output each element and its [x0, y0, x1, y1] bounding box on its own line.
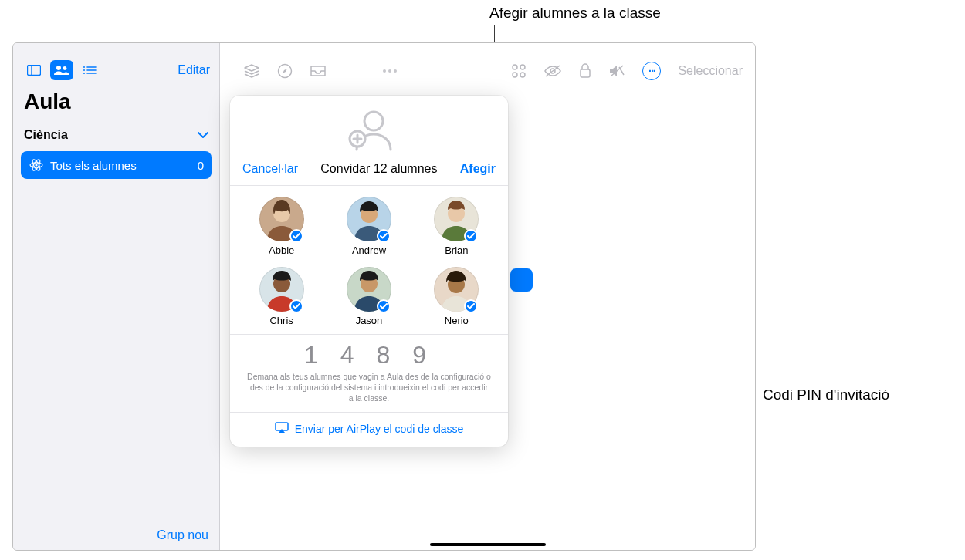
atom-icon [29, 157, 44, 173]
svg-point-16 [388, 69, 391, 73]
compass-icon[interactable] [277, 63, 293, 79]
sidebar-item-all-students[interactable]: Tots els alumnes 0 [21, 151, 212, 179]
stack-icon[interactable] [243, 63, 260, 79]
inbox-icon[interactable] [310, 65, 327, 77]
chevron-down-icon [198, 128, 208, 142]
student-item[interactable]: Jason [325, 267, 412, 326]
class-name: Ciència [24, 128, 68, 142]
more-icon[interactable]: ··· [642, 62, 661, 80]
airplay-label: Enviar per AirPlay el codi de classe [295, 423, 464, 435]
check-icon [290, 299, 303, 313]
svg-point-15 [383, 69, 386, 73]
svg-point-17 [394, 69, 397, 73]
student-item[interactable]: Andrew [325, 197, 412, 256]
svg-point-28 [364, 112, 383, 130]
edit-button[interactable]: Editar [178, 63, 210, 77]
invitation-pin: 1 4 8 9 [244, 341, 494, 369]
check-icon [464, 229, 478, 243]
main-toolbar: ··· Seleccionar [220, 43, 755, 83]
select-button[interactable]: Seleccionar [678, 64, 743, 78]
svg-point-20 [513, 73, 517, 77]
svg-point-2 [56, 66, 61, 70]
student-item[interactable]: Brian [413, 197, 500, 256]
class-selector[interactable]: Ciència [13, 122, 219, 148]
student-item[interactable]: Nerio [413, 267, 500, 326]
student-item[interactable]: Chris [238, 267, 325, 326]
background-selection-chip [510, 268, 533, 292]
svg-point-6 [83, 69, 85, 71]
modal-title: Convidar 12 alumnes [320, 162, 437, 176]
sidebar-title: Aula [13, 85, 219, 122]
airplay-icon [275, 422, 289, 436]
svg-point-18 [513, 65, 517, 69]
svg-point-3 [63, 66, 67, 70]
svg-point-4 [83, 66, 85, 68]
student-grid: Abbie Andrew Brian C [230, 186, 508, 334]
check-icon [377, 229, 391, 243]
student-name: Nerio [445, 315, 469, 326]
sidebar: Editar Aula Ciència Tots els alumnes 0 G… [13, 43, 220, 550]
student-name: Chris [269, 315, 293, 326]
callout-pin: Codi PIN d'invitació [763, 386, 889, 403]
check-icon [377, 299, 391, 313]
student-name: Brian [445, 245, 468, 256]
student-name: Abbie [269, 245, 294, 256]
add-button[interactable]: Afegir [460, 162, 496, 176]
airplay-send-button[interactable]: Enviar per AirPlay el codi de classe [230, 412, 508, 447]
svg-rect-24 [581, 69, 590, 77]
new-group-button[interactable]: Grup nou [157, 528, 208, 542]
add-person-icon [230, 96, 508, 157]
people-icon[interactable] [50, 60, 73, 80]
eye-off-icon[interactable] [543, 65, 562, 77]
svg-rect-0 [28, 66, 41, 76]
student-name: Andrew [352, 245, 386, 256]
mute-icon[interactable] [608, 64, 625, 78]
check-icon [290, 229, 303, 243]
student-item[interactable]: Abbie [238, 197, 325, 256]
svg-point-8 [83, 73, 85, 74]
sidebar-layout-icon[interactable] [22, 60, 46, 80]
student-name: Jason [356, 315, 383, 326]
invitation-pin-description: Demana als teus alumnes que vagin a Aula… [244, 369, 494, 404]
sidebar-item-label: Tots els alumnes [50, 159, 137, 172]
ipad-frame: 9:41 100% Editar Aula [12, 42, 756, 551]
callout-add-students: Afegir alumnes a la classe [489, 5, 661, 22]
grid-apps-icon[interactable] [511, 63, 527, 79]
svg-point-13 [35, 164, 37, 166]
svg-point-19 [520, 65, 525, 69]
lock-icon[interactable] [579, 63, 591, 79]
home-indicator [430, 543, 546, 546]
svg-line-23 [546, 66, 560, 76]
drag-handle-icon [344, 69, 436, 73]
cancel-button[interactable]: Cancel·lar [242, 162, 298, 176]
list-icon[interactable] [78, 60, 101, 80]
invite-students-modal: Cancel·lar Convidar 12 alumnes Afegir Ab… [230, 96, 508, 447]
check-icon [464, 299, 478, 313]
sidebar-item-count: 0 [198, 159, 204, 172]
svg-point-21 [520, 73, 525, 77]
